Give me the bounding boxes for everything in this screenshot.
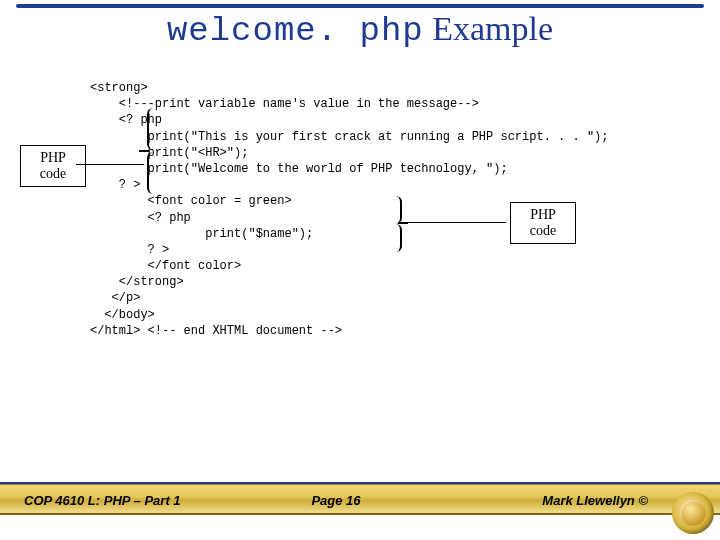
brace-right-bot: [392, 224, 402, 252]
ucf-logo-icon: [672, 492, 714, 534]
code-line: <? php: [90, 211, 191, 225]
slide-title: welcome. php Example: [0, 10, 720, 50]
code-line: print("This is your first crack at runni…: [90, 130, 608, 144]
title-rule: [16, 4, 704, 8]
footer-course: COP 4610 L: PHP – Part 1: [24, 493, 232, 508]
slide-footer: COP 4610 L: PHP – Part 1 Page 16 Mark Ll…: [0, 482, 720, 540]
code-line: </p>: [90, 291, 140, 305]
code-line: ? >: [90, 243, 169, 257]
code-line: </font color>: [90, 259, 241, 273]
callout-php-code-right: PHP code: [510, 202, 576, 244]
code-line: print("<HR>");: [90, 146, 248, 160]
brace-left-top: [147, 108, 157, 150]
code-line: ? >: [90, 178, 140, 192]
code-line: <strong>: [90, 81, 148, 95]
brace-right-top: [392, 196, 402, 224]
callout-php-code-left: PHP code: [20, 145, 86, 187]
footer-author: Mark Llewellyn ©: [440, 493, 696, 508]
code-line: </strong>: [90, 275, 184, 289]
callout-right-text: PHP code: [530, 207, 556, 238]
connector-left: [76, 164, 144, 165]
title-suffix: Example: [424, 10, 553, 47]
code-line: </html> <!-- end XHTML document -->: [90, 324, 342, 338]
callout-left-text: PHP code: [40, 150, 66, 181]
title-mono: welcome. php: [167, 12, 424, 50]
footer-page: Page 16: [232, 493, 440, 508]
footer-textbar: COP 4610 L: PHP – Part 1 Page 16 Mark Ll…: [0, 478, 720, 512]
code-line: print("$name");: [90, 227, 313, 241]
connector-right: [406, 222, 506, 223]
slide: welcome. php Example <strong> <!---print…: [0, 0, 720, 540]
code-line: </body>: [90, 308, 155, 322]
brace-left-bot: [147, 152, 157, 194]
code-line: <font color = green>: [90, 194, 292, 208]
